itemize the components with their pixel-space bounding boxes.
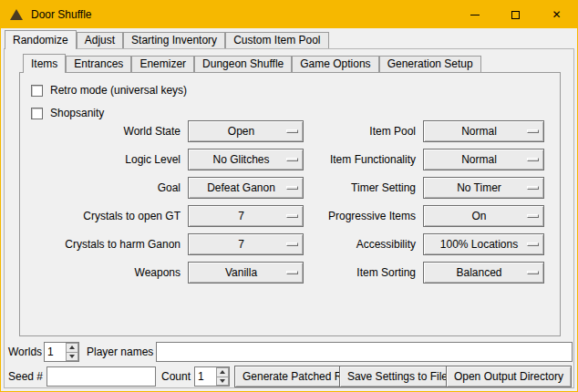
option-row: Logic Level No Glitches [31, 149, 304, 170]
item-functionality-dropdown[interactable]: Normal [423, 149, 544, 170]
accessibility-dropdown[interactable]: 100% Locations [423, 233, 544, 255]
retro-mode-label: Retro mode (universal keys) [50, 84, 187, 97]
timer-setting-dropdown[interactable]: No Timer [423, 177, 544, 199]
seed-label: Seed # [8, 366, 43, 387]
options-column-left: World State Open Logic Level No Glitches… [31, 120, 304, 290]
crystals-harm-ganon-dropdown[interactable]: 7 [188, 233, 304, 255]
close-button[interactable]: ✕ [536, 1, 577, 28]
spinner-arrows [216, 367, 229, 386]
crystals-open-gt-dropdown[interactable]: 7 [188, 205, 304, 227]
count-input[interactable] [195, 367, 216, 386]
option-row: Crystals to open GT 7 [31, 205, 304, 227]
secondary-tab-bar: Items Entrances Enemizer Dungeon Shuffle… [23, 54, 481, 72]
spin-up-button[interactable] [216, 367, 229, 377]
caption-buttons: ✕ [454, 1, 577, 28]
item-sorting-label: Item Sorting [294, 266, 416, 279]
progressive-items-dropdown[interactable]: On [423, 205, 544, 227]
player-names-input[interactable] [156, 342, 573, 362]
close-icon: ✕ [552, 9, 561, 20]
logic-level-dropdown[interactable]: No Glitches [188, 149, 304, 170]
logic-level-value: No Glitches [212, 150, 278, 170]
seed-input[interactable] [46, 366, 156, 387]
count-spinner[interactable] [194, 366, 230, 387]
app-window: Door Shuffle ✕ Randomize Adjust Starting… [0, 0, 578, 392]
worlds-spinner[interactable] [44, 342, 79, 362]
dropdown-indicator-icon [527, 271, 539, 274]
spin-down-button[interactable] [66, 352, 78, 362]
open-output-directory-button[interactable]: Open Output Directory [446, 366, 572, 387]
worlds-label: Worlds [8, 342, 42, 362]
dropdown-indicator-icon [527, 129, 539, 133]
option-row: Accessibility 100% Locations [294, 233, 544, 255]
retro-mode-row: Retro mode (universal keys) [31, 82, 187, 98]
dropdown-indicator-icon [527, 214, 539, 218]
logic-level-label: Logic Level [31, 153, 181, 166]
goal-dropdown[interactable]: Defeat Ganon [188, 177, 304, 199]
dropdown-indicator-icon [527, 242, 539, 246]
option-row: Timer Setting No Timer [294, 177, 544, 199]
tab-entrances[interactable]: Entrances [66, 56, 131, 72]
tab-custom-item-pool[interactable]: Custom Item Pool [225, 32, 328, 48]
count-label: Count [161, 366, 191, 387]
save-settings-button[interactable]: Save Settings to File [339, 366, 456, 387]
maximize-icon [511, 11, 520, 19]
primary-tab-bar: Randomize Adjust Starting Inventory Cust… [5, 30, 329, 48]
world-state-label: World State [31, 125, 181, 138]
option-row: Item Pool Normal [294, 120, 544, 142]
item-pool-label: Item Pool [294, 125, 416, 138]
option-row: Item Functionality Normal [294, 149, 544, 170]
minimize-icon [470, 15, 480, 15]
window-title: Door Shuffle [31, 8, 92, 21]
app-icon [10, 9, 23, 20]
arrow-down-icon [69, 355, 75, 358]
shopsanity-label: Shopsanity [50, 107, 104, 119]
progressive-items-value: On [471, 206, 495, 226]
tab-randomize[interactable]: Randomize [5, 30, 77, 49]
maximize-button[interactable] [495, 1, 536, 28]
crystals-open-gt-value: 7 [238, 206, 253, 226]
crystals-harm-ganon-value: 7 [238, 234, 253, 254]
goal-value: Defeat Ganon [207, 178, 284, 198]
timer-setting-label: Timer Setting [294, 181, 416, 194]
goal-label: Goal [31, 181, 181, 194]
item-pool-dropdown[interactable]: Normal [423, 120, 544, 142]
weapons-value: Vanilla [225, 263, 266, 283]
minimize-button[interactable] [454, 1, 495, 28]
player-names-label: Player names [87, 342, 153, 362]
spin-up-button[interactable] [66, 343, 78, 352]
dropdown-indicator-icon [527, 186, 539, 190]
weapons-label: Weapons [31, 266, 181, 279]
shopsanity-checkbox[interactable] [31, 108, 43, 119]
tab-items[interactable]: Items [23, 54, 66, 73]
arrow-up-icon [69, 346, 75, 349]
tab-adjust[interactable]: Adjust [77, 32, 123, 48]
retro-mode-checkbox[interactable] [31, 85, 43, 97]
option-row: Item Sorting Balanced [294, 262, 544, 284]
shopsanity-row: Shopsanity [31, 105, 104, 121]
world-state-value: Open [228, 121, 263, 141]
arrow-down-icon [220, 379, 225, 383]
tab-game-options[interactable]: Game Options [292, 56, 378, 72]
crystals-harm-ganon-label: Crystals to harm Ganon [31, 238, 181, 251]
item-sorting-dropdown[interactable]: Balanced [423, 262, 544, 284]
spin-down-button[interactable] [216, 377, 229, 387]
title-bar: Door Shuffle ✕ [1, 1, 577, 28]
option-row: World State Open [31, 120, 304, 142]
item-functionality-value: Normal [461, 150, 506, 170]
tab-generation-setup[interactable]: Generation Setup [379, 56, 481, 72]
option-row: Progressive Items On [294, 205, 544, 227]
items-tab-page: Retro mode (universal keys) Shopsanity W… [19, 72, 561, 336]
arrow-up-icon [220, 370, 225, 374]
timer-setting-value: No Timer [457, 178, 511, 198]
options-column-right: Item Pool Normal Item Functionality Norm… [294, 120, 544, 290]
weapons-dropdown[interactable]: Vanilla [188, 262, 304, 284]
tab-dungeon-shuffle[interactable]: Dungeon Shuffle [194, 56, 292, 72]
item-sorting-value: Balanced [456, 263, 511, 283]
world-state-dropdown[interactable]: Open [188, 120, 304, 142]
progressive-items-label: Progressive Items [294, 210, 416, 222]
tab-starting-inventory[interactable]: Starting Inventory [123, 32, 225, 48]
accessibility-label: Accessibility [294, 238, 416, 251]
worlds-input[interactable] [45, 343, 66, 361]
tab-enemizer[interactable]: Enemizer [131, 56, 194, 72]
item-pool-value: Normal [461, 121, 506, 141]
